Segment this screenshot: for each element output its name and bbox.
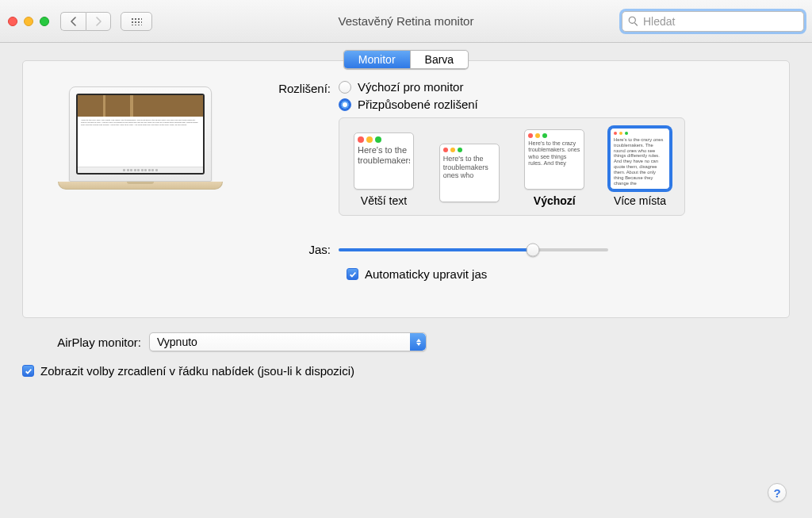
search-field[interactable] (622, 11, 804, 32)
auto-brightness-label: Automaticky upravit jas (365, 267, 487, 281)
radio-icon (339, 81, 351, 94)
zoom-icon[interactable] (40, 17, 49, 26)
mirror-options-label: Zobrazit volby zrcadlení v řádku nabídek… (40, 364, 354, 378)
airplay-popup[interactable]: Vypnuto (149, 332, 427, 351)
nav-back-forward (60, 12, 111, 31)
slider-thumb[interactable] (526, 243, 539, 256)
chevron-left-icon (70, 17, 77, 26)
search-icon (628, 16, 638, 26)
close-icon[interactable] (8, 17, 17, 26)
content: Monitor Barva Here's to the crazy ones. … (0, 43, 812, 392)
brightness-label: Jas: (251, 243, 339, 256)
back-button[interactable] (60, 12, 86, 31)
radio-default-label: Výchozí pro monitor (358, 80, 463, 94)
minimize-icon[interactable] (24, 17, 33, 26)
search-input[interactable] (643, 15, 798, 28)
tab-monitor[interactable]: Monitor (344, 51, 410, 68)
mirror-options-checkbox[interactable]: Zobrazit volby zrcadlení v řádku nabídek… (22, 364, 790, 378)
tab-color[interactable]: Barva (410, 51, 469, 68)
airplay-label: AirPlay monitor: (22, 336, 141, 349)
help-button[interactable]: ? (768, 483, 787, 502)
preview-label: Více místa (614, 194, 666, 207)
resolution-option-larger-text[interactable]: Here's to the troublemakers Větší text (354, 132, 414, 207)
chevron-right-icon (95, 17, 102, 26)
settings-panel: Monitor Barva Here's to the crazy ones. … (22, 60, 790, 318)
radio-scaled-resolution[interactable]: Přizpůsobené rozlišení (339, 98, 767, 111)
radio-default-resolution[interactable]: Výchozí pro monitor (339, 80, 767, 94)
show-all-button[interactable] (121, 12, 152, 31)
resolution-label: Rozlišení: (251, 80, 339, 95)
auto-brightness-checkbox[interactable]: Automaticky upravit jas (347, 267, 767, 281)
titlebar: Vestavěný Retina monitor (0, 0, 812, 43)
resolution-option-2[interactable]: Here's to the troublemakers ones who (439, 144, 500, 207)
device-preview: Here's to the crazy ones. The misfits. T… (61, 86, 220, 281)
airplay-value: Vypnuto (157, 336, 197, 348)
resolution-option-default[interactable]: Here's to the crazy troublemakers. ones … (524, 129, 584, 207)
resolution-row: Rozlišení: Výchozí pro monitor Přizpůsob… (251, 80, 767, 216)
radio-scaled-label: Přizpůsobené rozlišení (358, 98, 478, 111)
window-traffic-lights (8, 17, 49, 26)
radio-icon (339, 98, 351, 111)
brightness-row: Jas: (251, 243, 767, 256)
grid-icon (131, 17, 142, 25)
preview-label: Výchozí (534, 194, 576, 207)
resolution-previews: Here's to the troublemakers Větší text H… (339, 117, 685, 216)
resolution-option-more-space[interactable]: Here's to the crazy ones troublemakers. … (610, 128, 670, 207)
forward-button[interactable] (86, 12, 111, 31)
airplay-row: AirPlay monitor: Vypnuto (22, 332, 790, 351)
popup-arrows-icon (410, 333, 426, 351)
preview-label: Větší text (361, 194, 407, 207)
brightness-slider[interactable] (339, 248, 608, 251)
tab-segmented-control: Monitor Barva (343, 50, 469, 69)
checkbox-icon (22, 365, 34, 377)
checkbox-icon (347, 268, 358, 280)
